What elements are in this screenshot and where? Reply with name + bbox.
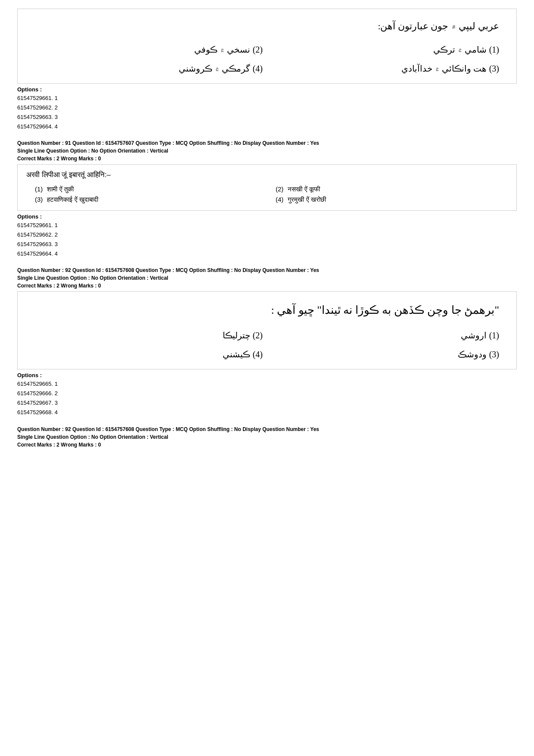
question-block-92: Question Number : 92 Question Id : 61547… bbox=[17, 266, 517, 417]
options-list-91: 61547529661. 1 61547529662. 2 6154752966… bbox=[17, 221, 517, 259]
question-meta-92: Question Number : 92 Question Id : 61547… bbox=[17, 266, 517, 282]
option-text: چترليڪا bbox=[223, 327, 250, 344]
option-list-item: 61547529664. 4 bbox=[17, 122, 517, 131]
hindi-option-91-2: (2) नसखी ऐं कूफी bbox=[276, 185, 499, 193]
option-text: ودوشڪ bbox=[458, 346, 487, 363]
question-content-90-top: عربي ليپي ۾ جون عبارتون آهن: (1) شامي ۾ … bbox=[17, 9, 517, 84]
option-num: (1) bbox=[489, 327, 499, 344]
options-label-90: Options : bbox=[17, 86, 517, 93]
option-list-item: 61547529661. 1 bbox=[17, 221, 517, 230]
option-num: (2) bbox=[276, 185, 283, 193]
correct-marks-92: Correct Marks : 2 Wrong Marks : 0 bbox=[17, 283, 517, 289]
option-text: हटवाणिकाई ऐं खुदाबादी bbox=[47, 196, 98, 203]
arabic-option-90-4: (4) گرمڪي ۾ ڪروشني bbox=[35, 60, 263, 77]
option-num: (4) bbox=[253, 346, 263, 363]
option-text: گرمڪي ۾ ڪروشني bbox=[179, 60, 250, 77]
option-list-item: 61547529662. 2 bbox=[17, 103, 517, 112]
option-text: نسخي ۾ ڪوفي bbox=[194, 41, 250, 58]
option-text: هت وانڪائي ۾ خداآبادي bbox=[401, 60, 487, 77]
meta-line2-92-repeat: Single Line Question Option : No Option … bbox=[17, 434, 168, 440]
options-label-91: Options : bbox=[17, 213, 517, 220]
option-num: (2) bbox=[253, 327, 263, 344]
question-block-92-repeat: Question Number : 92 Question Id : 61547… bbox=[17, 425, 517, 448]
arabic-option-92-1: (1) اروشي bbox=[271, 327, 499, 344]
option-text: اروشي bbox=[461, 327, 487, 344]
arabic-option-90-3: (3) هت وانڪائي ۾ خداآبادي bbox=[271, 60, 499, 77]
option-num: (4) bbox=[276, 196, 283, 203]
option-list-item: 61547529666. 2 bbox=[17, 389, 517, 398]
option-text: شامي ۾ ترڪي bbox=[433, 41, 487, 58]
hindi-options-91: (1) शामी ऐं तुकी (2) नसखी ऐं कूफी (3) हट… bbox=[26, 183, 508, 206]
option-num: (4) bbox=[253, 60, 263, 77]
option-list-item: 61547529664. 4 bbox=[17, 249, 517, 259]
arabic-question-text-90: عربي ليپي ۾ جون عبارتون آهن: bbox=[26, 13, 508, 39]
correct-marks-92-repeat: Correct Marks : 2 Wrong Marks : 0 bbox=[17, 442, 517, 448]
hindi-option-91-1: (1) शामी ऐं तुकी bbox=[35, 185, 258, 193]
option-text: गुरमुखी ऐं खरोछी bbox=[288, 196, 326, 203]
question-meta-92-repeat: Question Number : 92 Question Id : 61547… bbox=[17, 425, 517, 441]
hindi-question-91: अरवी लिपीआ जूं इबारतूं आहिनि:– bbox=[26, 169, 508, 181]
question-meta-91: Question Number : 91 Question Id : 61547… bbox=[17, 139, 517, 155]
option-num: (3) bbox=[489, 60, 499, 77]
option-list-item: 61547529663. 3 bbox=[17, 112, 517, 122]
options-list-90: 61547529661. 1 61547529662. 2 6154752966… bbox=[17, 94, 517, 131]
option-text: नसखी ऐं कूफी bbox=[288, 185, 320, 193]
arabic-option-90-1: (1) شامي ۾ ترڪي bbox=[271, 41, 499, 58]
arabic-option-92-3: (3) ودوشڪ bbox=[271, 346, 499, 363]
arabic-option-90-2: (2) نسخي ۾ ڪوفي bbox=[35, 41, 263, 58]
arabic-option-92-4: (4) ڪيشني bbox=[35, 346, 263, 363]
option-num: (1) bbox=[35, 185, 43, 193]
option-text: ڪيشني bbox=[223, 346, 250, 363]
options-label-92: Options : bbox=[17, 372, 517, 378]
option-list-item: 61547529661. 1 bbox=[17, 94, 517, 103]
option-list-item: 61547529665. 1 bbox=[17, 379, 517, 389]
arabic-options-90: (1) شامي ۾ ترڪي (2) نسخي ۾ ڪوفي (3) هت و… bbox=[26, 39, 508, 79]
option-num: (3) bbox=[35, 196, 43, 203]
arabic-option-92-2: (2) چترليڪا bbox=[35, 327, 263, 344]
option-text: शामी ऐं तुकी bbox=[47, 185, 73, 193]
arabic-options-92: (1) اروشي (2) چترليڪا (3) ودوشڪ (4) ڪيشن… bbox=[26, 325, 508, 365]
meta-line1-92: Question Number : 92 Question Id : 61547… bbox=[17, 267, 319, 273]
arabic-question-text-92: "برهمڻ جا وچن ڪڏهن به ڪوڙا نه ٿيندا" ڇيو… bbox=[26, 296, 508, 325]
option-num: (1) bbox=[489, 41, 499, 58]
option-list-item: 61547529663. 3 bbox=[17, 240, 517, 249]
question-block-90-top: عربي ليپي ۾ جون عبارتون آهن: (1) شامي ۾ … bbox=[17, 9, 517, 131]
option-list-item: 61547529667. 3 bbox=[17, 398, 517, 408]
meta-line1-92-repeat: Question Number : 92 Question Id : 61547… bbox=[17, 426, 319, 432]
meta-line2-92: Single Line Question Option : No Option … bbox=[17, 275, 168, 281]
option-list-item: 61547529662. 2 bbox=[17, 230, 517, 240]
question-block-91: Question Number : 91 Question Id : 61547… bbox=[17, 139, 517, 259]
meta-line2-91: Single Line Question Option : No Option … bbox=[17, 148, 168, 154]
hindi-option-91-4: (4) गुरमुखी ऐं खरोछी bbox=[276, 196, 499, 203]
correct-marks-91: Correct Marks : 2 Wrong Marks : 0 bbox=[17, 156, 517, 162]
question-content-92: "برهمڻ جا وچن ڪڏهن به ڪوڙا نه ٿيندا" ڇيو… bbox=[17, 291, 517, 369]
option-num: (2) bbox=[253, 41, 263, 58]
hindi-option-91-3: (3) हटवाणिकाई ऐं खुदाबादी bbox=[35, 196, 258, 203]
question-content-91: अरवी लिपीआ जूं इबारतूं आहिनि:– (1) शामी … bbox=[17, 164, 517, 211]
option-num: (3) bbox=[489, 346, 499, 363]
option-list-item: 61547529668. 4 bbox=[17, 408, 517, 417]
meta-line1-91: Question Number : 91 Question Id : 61547… bbox=[17, 140, 319, 146]
options-list-92: 61547529665. 1 61547529666. 2 6154752966… bbox=[17, 379, 517, 417]
